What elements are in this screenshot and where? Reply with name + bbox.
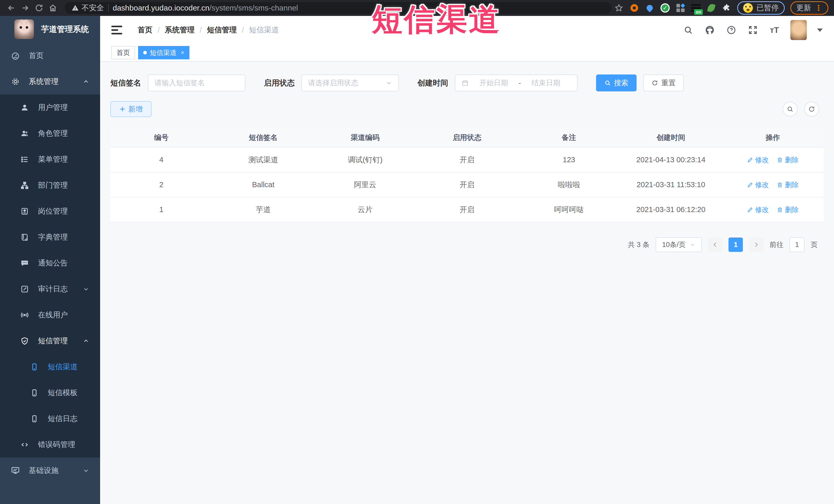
- create-time-label: 创建时间: [417, 78, 448, 88]
- help-icon[interactable]: [726, 24, 737, 36]
- sidebar-item-menu-management[interactable]: 菜单管理: [0, 146, 100, 172]
- show-search-toggle-button[interactable]: [783, 102, 797, 116]
- github-icon[interactable]: [704, 24, 716, 36]
- font-size-icon[interactable]: ᴛT: [769, 24, 780, 36]
- browser-home-button[interactable]: [47, 2, 59, 14]
- warning-icon: [71, 4, 79, 12]
- delete-link[interactable]: 删除: [777, 180, 799, 190]
- col-actions: 操作: [722, 128, 824, 147]
- sidebar-item-home[interactable]: 首页: [0, 43, 100, 69]
- sidebar-toggle-icon[interactable]: [111, 26, 122, 35]
- monitor-icon: [10, 465, 21, 476]
- pencil-icon: [747, 182, 753, 188]
- chevron-up-icon: [83, 338, 89, 344]
- filter-form: 短信签名 请输入短信签名 启用状态 请选择启用状态 创建时间 开始日期 - 结束…: [110, 74, 824, 91]
- header-actions: ᴛT: [683, 20, 823, 40]
- trash-icon: [777, 182, 783, 188]
- goto-page-input[interactable]: 1: [790, 237, 805, 252]
- user-avatar[interactable]: [790, 20, 807, 40]
- status-value: 开启: [416, 172, 518, 197]
- select-caret-icon: [690, 242, 695, 247]
- col-remark: 备注: [518, 128, 620, 147]
- browser-forward-button[interactable]: [20, 2, 31, 14]
- search-button[interactable]: 搜索: [596, 74, 637, 91]
- sidebar-item-notice[interactable]: 通知公告: [0, 250, 100, 276]
- browser-extension-area: ✓ on 已暂停 更新 ⋮: [614, 1, 828, 15]
- chevron-down-icon: [83, 286, 89, 292]
- status-select[interactable]: 请选择启用状态: [301, 74, 399, 91]
- sidebar-item-sms-channel[interactable]: 短信渠道: [0, 354, 100, 380]
- extensions-puzzle-icon[interactable]: [722, 3, 731, 13]
- delete-link[interactable]: 删除: [777, 155, 799, 165]
- tab-close-icon[interactable]: ×: [181, 49, 184, 56]
- profile-paused-button[interactable]: 已暂停: [737, 1, 785, 15]
- extension-list-icon[interactable]: on: [691, 3, 701, 13]
- sidebar-item-sms-template[interactable]: 短信模板: [0, 380, 100, 406]
- breadcrumb-sms: 短信管理: [207, 25, 237, 35]
- total-count: 共 3 条: [628, 240, 650, 249]
- browser-menu-icon[interactable]: ⋮: [815, 6, 822, 10]
- refresh-icon: [652, 80, 658, 86]
- sidebar-item-infrastructure[interactable]: 基础设施: [0, 458, 100, 483]
- col-signature: 短信签名: [212, 128, 314, 147]
- tab-sms-channel[interactable]: 短信渠道 ×: [138, 46, 190, 59]
- url-domain: dashboard.yudao.iocoder.cn: [113, 4, 210, 12]
- sidebar-item-online-users[interactable]: 在线用户: [0, 302, 100, 328]
- breadcrumb-home[interactable]: 首页: [137, 25, 152, 35]
- users-icon: [20, 128, 30, 139]
- sidebar-item-dept-management[interactable]: 部门管理: [0, 172, 100, 198]
- bookmark-star-icon[interactable]: [614, 3, 624, 13]
- phone-icon: [29, 362, 40, 372]
- signature-input[interactable]: 请输入短信签名: [148, 74, 245, 91]
- message-icon: [20, 258, 30, 268]
- fullscreen-icon[interactable]: [747, 24, 759, 36]
- system-submenu: 用户管理 角色管理 菜单管理 部门管理: [0, 94, 100, 458]
- col-code: 渠道编码: [314, 128, 416, 147]
- date-range-picker[interactable]: 开始日期 - 结束日期: [455, 74, 577, 91]
- sidebar-item-sms-management[interactable]: 短信管理: [0, 328, 100, 354]
- prev-page-button[interactable]: [708, 238, 722, 252]
- page-size-select[interactable]: 10条/页: [656, 237, 702, 252]
- app-logo-row[interactable]: 芋道管理系统: [0, 16, 100, 43]
- edit-link[interactable]: 修改: [747, 205, 769, 214]
- reset-button[interactable]: 重置: [643, 74, 684, 91]
- search-icon[interactable]: [683, 24, 694, 36]
- table-row: 1 芋道 云片 开启 呵呵呵哒 2021-03-31 06:12:20 修改 删…: [110, 197, 824, 222]
- app-title: 芋道管理系统: [41, 24, 89, 35]
- extension-leaf-icon[interactable]: [706, 3, 716, 13]
- edit-link[interactable]: 修改: [747, 155, 769, 165]
- search-icon: [604, 80, 611, 86]
- delete-link[interactable]: 删除: [777, 205, 799, 214]
- pencil-icon: [747, 157, 753, 163]
- tags-view-bar: 首页 短信渠道 ×: [100, 44, 834, 62]
- extension-orange-icon[interactable]: [630, 3, 639, 13]
- sidebar-item-system[interactable]: 系统管理: [0, 69, 100, 94]
- page-number-1[interactable]: 1: [728, 238, 743, 252]
- chevron-right-icon: [753, 241, 760, 248]
- address-bar[interactable]: 不安全 dashboard.yudao.iocoder.cn/system/sm…: [65, 2, 611, 14]
- sidebar-item-sms-log[interactable]: 短信日志: [0, 406, 100, 432]
- user-menu-caret-icon[interactable]: [817, 28, 823, 32]
- tab-home[interactable]: 首页: [111, 46, 135, 59]
- sidebar-item-error-code[interactable]: 错误码管理: [0, 432, 100, 458]
- chevron-up-icon: [83, 79, 89, 85]
- browser-back-button[interactable]: [6, 2, 17, 14]
- browser-reload-button[interactable]: [34, 2, 45, 14]
- extension-pin-icon[interactable]: [645, 3, 655, 13]
- add-button[interactable]: 新增: [110, 101, 151, 117]
- sidebar-item-audit-log[interactable]: 审计日志: [0, 276, 100, 302]
- sidebar-item-role-management[interactable]: 角色管理: [0, 120, 100, 146]
- sidebar-item-dict-management[interactable]: 字典管理: [0, 224, 100, 250]
- sidebar-item-post-management[interactable]: 岗位管理: [0, 198, 100, 224]
- next-page-button[interactable]: [749, 238, 763, 252]
- extension-grid-icon[interactable]: [676, 3, 685, 13]
- app-logo: [14, 20, 34, 39]
- browser-update-button[interactable]: 更新 ⋮: [790, 1, 828, 15]
- extension-check-icon[interactable]: ✓: [660, 3, 670, 13]
- table-row: 4 测试渠道 调试(钉钉) 开启 123 2021-04-13 00:23:14…: [110, 147, 824, 172]
- sidebar-item-user-management[interactable]: 用户管理: [0, 94, 100, 120]
- status-value: 开启: [416, 197, 518, 222]
- site-security-chip[interactable]: 不安全: [71, 3, 104, 13]
- edit-link[interactable]: 修改: [747, 180, 769, 190]
- refresh-table-button[interactable]: [804, 102, 819, 116]
